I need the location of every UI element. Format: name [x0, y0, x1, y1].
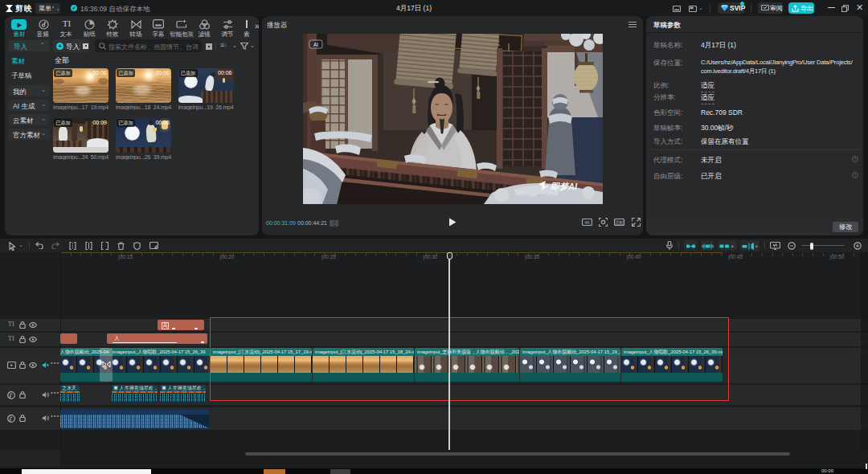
svg-text:AI: AI — [313, 42, 318, 47]
svg-text:即梦AI: 即梦AI — [551, 182, 578, 191]
svg-text:适配: 适配 — [615, 220, 624, 226]
svg-text:4K: 4K — [584, 220, 590, 225]
